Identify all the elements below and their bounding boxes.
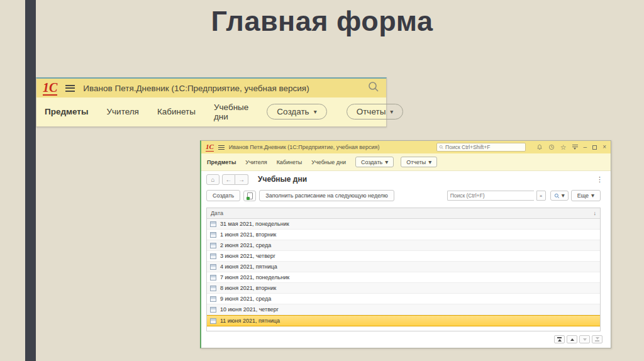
forward-button[interactable]: → — [235, 174, 248, 185]
table-row[interactable]: 3 июня 2021, четверг — [207, 251, 600, 262]
table-row-label: 8 июня 2021, вторник — [220, 285, 276, 291]
create-menu-button[interactable]: Создать▾ — [267, 104, 326, 119]
document-icon — [210, 232, 216, 238]
favorites-star-icon[interactable]: ☆ — [560, 144, 567, 151]
table-row-label: 11 июня 2021, пятница — [220, 318, 280, 324]
go-up-button[interactable] — [567, 335, 577, 343]
1c-logo: 1С — [43, 81, 57, 96]
create-by-copy-button[interactable] — [243, 191, 256, 201]
minimize-icon[interactable]: – — [584, 144, 587, 150]
table-header[interactable]: Дата ↓ — [207, 208, 600, 219]
close-icon[interactable]: × — [602, 144, 606, 150]
clear-search-button[interactable]: × — [536, 191, 546, 201]
search-icon — [439, 145, 443, 150]
list-toolbar: Создать Заполнить расписание на следующу… — [201, 187, 611, 204]
table-row-label: 10 июня 2021, четверг — [220, 306, 279, 313]
more-button[interactable]: Еще▾ — [571, 190, 601, 201]
document-icon — [210, 286, 216, 291]
hamburger-menu-icon[interactable] — [65, 85, 75, 92]
chevron-down-icon: ▾ — [591, 192, 594, 199]
table-row-label: 4 июня 2021, пятница — [220, 264, 277, 270]
chevron-down-icon: ▾ — [562, 192, 565, 199]
maximize-icon[interactable] — [592, 145, 597, 150]
window-titlebar: 1С Иванов Петя.Дневник (1С:Предприятие, … — [201, 141, 611, 153]
document-icon — [210, 296, 216, 302]
fragment-titlebar: 1С Иванов Петя.Дневник (1С:Предприятие, … — [36, 79, 386, 97]
chevron-down-icon: ▾ — [390, 109, 393, 115]
document-icon — [210, 243, 216, 248]
table-row[interactable]: 10 июня 2021, четверг — [207, 304, 600, 315]
reports-menu-button[interactable]: Отчеты▾ — [347, 104, 404, 119]
list-search-input[interactable] — [450, 192, 531, 199]
list-search-box[interactable] — [447, 191, 534, 201]
global-search-input[interactable] — [445, 144, 523, 150]
back-button[interactable]: ← — [222, 174, 235, 185]
more-options-icon[interactable]: ⋮ — [596, 175, 606, 184]
clear-icon: × — [540, 193, 543, 199]
table-row-label: 31 мая 2021, понедельник — [220, 221, 289, 227]
menu-item-school-days[interactable]: Учебные дни — [214, 103, 248, 121]
menu-item-teachers[interactable]: Учителя — [245, 159, 267, 165]
search-icon[interactable] — [367, 81, 380, 96]
table-row[interactable]: 1 июня 2021, вторник — [207, 230, 600, 240]
menu-item-school-days[interactable]: Учебные дни — [311, 159, 346, 165]
go-to-last-button[interactable] — [592, 335, 602, 343]
service-menu-icon[interactable] — [572, 145, 578, 150]
table-row-label: 7 июня 2021, понедельник — [220, 274, 289, 280]
home-button[interactable]: ⌂ — [206, 174, 219, 185]
table-row-label: 9 июня 2021, среда — [220, 296, 271, 302]
history-nav-buttons: ← → — [222, 174, 248, 185]
slide-accent-bar — [25, 0, 36, 361]
history-clock-icon[interactable] — [548, 144, 555, 150]
table-row[interactable]: 4 июня 2021, пятница — [207, 262, 600, 272]
table-body: 31 мая 2021, понедельник1 июня 2021, вто… — [207, 219, 600, 326]
notifications-bell-icon[interactable] — [536, 144, 543, 150]
list-navigation-buttons — [554, 335, 602, 343]
document-icon — [210, 318, 216, 324]
menu-item-subjects[interactable]: Предметы — [207, 159, 236, 165]
document-icon — [210, 307, 216, 313]
sort-descending-icon[interactable]: ↓ — [594, 210, 597, 216]
fill-schedule-button[interactable]: Заполнить расписание на следующую неделю — [259, 190, 394, 201]
go-down-button[interactable] — [579, 335, 590, 343]
go-to-first-button[interactable] — [554, 335, 565, 343]
hamburger-menu-icon[interactable] — [218, 145, 225, 150]
window-title: Иванов Петя.Дневник (1С:Предприятие, уче… — [229, 144, 380, 150]
table-row[interactable]: 8 июня 2021, вторник — [207, 283, 600, 294]
forward-arrow-icon: → — [238, 176, 245, 183]
table-row[interactable]: 9 июня 2021, среда — [207, 294, 600, 304]
create-menu-button[interactable]: Создать▾ — [355, 157, 394, 167]
slide-background: Главная форма 1С Иванов Петя.Дневник (1С… — [0, 0, 644, 361]
search-icon — [554, 193, 560, 199]
1c-logo: 1С — [206, 143, 214, 152]
navigation-row: ⌂ ← → Учебные дни ⋮ — [201, 171, 611, 187]
chevron-down-icon: ▾ — [385, 159, 388, 165]
table-row[interactable]: 7 июня 2021, понедельник — [207, 272, 600, 283]
chevron-down-icon: ▾ — [314, 109, 317, 115]
window-menubar: Предметы Учителя Кабинеты Учебные дни Со… — [201, 153, 611, 171]
search-options-button[interactable]: ▾ — [550, 191, 569, 201]
menu-item-rooms[interactable]: Кабинеты — [157, 107, 196, 116]
slide-title: Главная форма — [0, 5, 644, 38]
home-icon: ⌂ — [211, 176, 214, 183]
application-window: 1С Иванов Петя.Дневник (1С:Предприятие, … — [200, 140, 611, 348]
page-title: Учебные дни — [258, 175, 307, 184]
fragment-menubar: Предметы Учителя Кабинеты Учебные дни Со… — [36, 97, 386, 126]
table-row-label: 2 июня 2021, среда — [220, 242, 271, 248]
create-button[interactable]: Создать — [206, 190, 240, 201]
global-search-box[interactable] — [436, 143, 526, 152]
menu-item-rooms[interactable]: Кабинеты — [277, 159, 303, 165]
table-row-label: 3 июня 2021, четверг — [220, 253, 275, 259]
school-days-table: Дата ↓ 31 мая 2021, понедельник1 июня 20… — [206, 208, 601, 331]
copy-document-icon — [247, 192, 253, 199]
menu-item-teachers[interactable]: Учителя — [106, 107, 138, 116]
menu-item-subjects[interactable]: Предметы — [45, 107, 88, 116]
column-header-date[interactable]: Дата — [211, 210, 223, 216]
table-row[interactable]: 2 июня 2021, среда — [207, 240, 600, 251]
chevron-down-icon: ▾ — [428, 159, 431, 165]
reports-menu-button[interactable]: Отчеты▾ — [401, 157, 437, 167]
document-icon — [210, 221, 216, 227]
table-row[interactable]: 31 мая 2021, понедельник — [207, 219, 600, 230]
table-row-label: 1 июня 2021, вторник — [220, 231, 276, 238]
table-row[interactable]: 11 июня 2021, пятница — [207, 315, 600, 326]
